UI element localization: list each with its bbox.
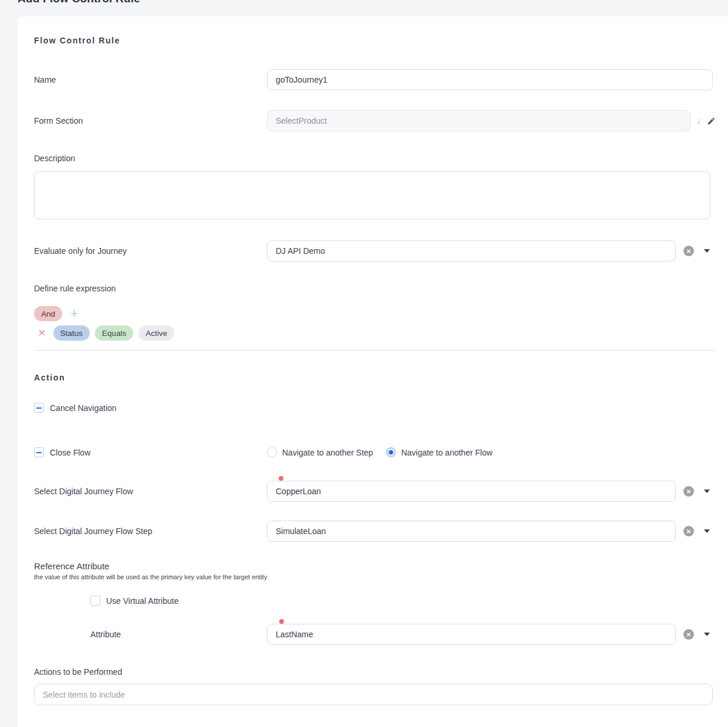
edit-pencil-icon[interactable] (707, 117, 716, 125)
navigate-step-label: Navigate to another Step (282, 448, 373, 457)
group-operator-chip[interactable]: And (34, 306, 62, 321)
navigate-flow-radio[interactable] (386, 447, 396, 457)
description-label: Description (34, 154, 727, 163)
condition-attribute-chip[interactable]: Status (53, 325, 90, 341)
cancel-navigation-checkbox[interactable] (34, 403, 44, 413)
flow-control-rule-card: Flow Control Rule Name Form Section ↓ De… (18, 16, 728, 727)
use-virtual-attribute-row: Use Virtual Attribute (90, 596, 727, 606)
navigate-step-radio[interactable] (267, 447, 277, 457)
form-section-label: Form Section (34, 116, 267, 125)
close-flow-row: Close Flow Navigate to another Step Navi… (34, 447, 727, 457)
actions-to-perform-input[interactable] (34, 684, 713, 705)
use-virtual-attribute-checkbox[interactable] (90, 596, 100, 606)
dj-flow-clear-icon[interactable]: ✕ (683, 486, 694, 497)
journey-clear-icon[interactable]: ✕ (683, 246, 694, 256)
add-condition-icon[interactable]: + (70, 306, 78, 321)
journey-row: Evaluate only for Journey ✕ (34, 240, 727, 261)
journey-label: Evaluate only for Journey (34, 246, 267, 256)
description-textarea[interactable] (34, 171, 710, 219)
dj-flow-select-input[interactable] (267, 481, 676, 502)
dj-flow-step-row: Select Digital Journey Flow Step ✕ (34, 521, 727, 542)
name-input[interactable] (267, 69, 713, 90)
close-flow-checkbox[interactable] (34, 447, 44, 457)
condition-operator-chip[interactable]: Equals (95, 325, 133, 341)
name-row: Name (34, 69, 727, 90)
action-section-title: Action (34, 373, 727, 382)
dj-flow-step-caret-down-icon[interactable] (704, 529, 710, 533)
close-flow-label: Close Flow (50, 448, 267, 457)
dj-flow-caret-down-icon[interactable] (704, 490, 710, 493)
form-section-input (267, 110, 690, 131)
required-dot (279, 476, 283, 481)
name-label: Name (34, 75, 267, 84)
dj-flow-step-clear-icon[interactable]: ✕ (683, 526, 694, 536)
section-divider (34, 350, 716, 351)
condition-value-chip[interactable]: Active (138, 325, 174, 341)
cancel-navigation-row: Cancel Navigation (34, 403, 727, 413)
cancel-navigation-label: Cancel Navigation (50, 403, 117, 413)
journey-caret-down-icon[interactable] (704, 249, 710, 253)
attribute-caret-down-icon[interactable] (704, 633, 710, 636)
dj-flow-row: Select Digital Journey Flow ✕ (34, 481, 727, 502)
dj-flow-step-select-input[interactable] (267, 521, 676, 542)
page-title: Add Flow Control Rule (18, 0, 140, 5)
attribute-row: Attribute ✕ (34, 624, 727, 645)
reference-attribute-subtitle: the value of this attribute will be used… (34, 573, 727, 580)
reference-attribute-title: Reference Attribute (34, 561, 727, 571)
required-dot (279, 619, 284, 624)
remove-condition-icon[interactable]: ✕ (38, 328, 46, 338)
attribute-clear-icon[interactable]: ✕ (683, 629, 694, 640)
rule-expression-label: Define rule expression (34, 284, 727, 293)
use-virtual-attribute-label: Use Virtual Attribute (106, 596, 178, 606)
arrow-down-icon[interactable]: ↓ (696, 115, 701, 126)
navigate-flow-label: Navigate to another Flow (401, 448, 493, 457)
rule-condition-row: ✕ Status Equals Active (34, 325, 727, 341)
dj-flow-step-label: Select Digital Journey Flow Step (34, 526, 267, 536)
rule-group-row: And + (34, 306, 727, 321)
journey-select-input[interactable] (267, 240, 676, 261)
attribute-select-input[interactable] (267, 624, 676, 645)
form-section-row: Form Section ↓ (34, 110, 727, 131)
card-section-title: Flow Control Rule (34, 36, 727, 45)
actions-to-perform-label: Actions to be Performed (34, 667, 727, 677)
dj-flow-label: Select Digital Journey Flow (34, 487, 267, 496)
attribute-label: Attribute (90, 630, 267, 639)
